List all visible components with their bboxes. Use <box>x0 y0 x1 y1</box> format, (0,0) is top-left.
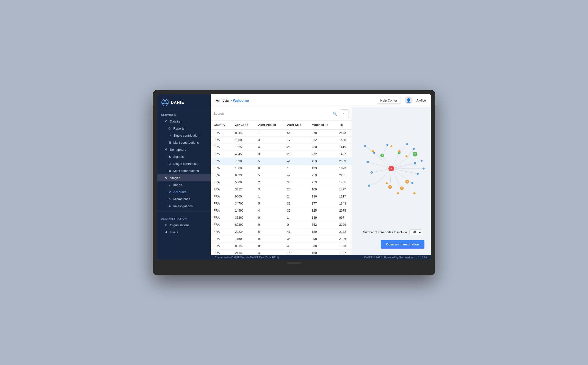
table-cell: FRA <box>211 242 232 249</box>
table-cell: 5 <box>255 200 284 207</box>
table-row[interactable]: FRA3736001139997 <box>211 214 352 221</box>
datalign-icon: ⚙ <box>165 120 168 123</box>
table-cell: 272 <box>309 150 336 158</box>
sidebar: DANIE Services ⚙ Datalign ◎ Reports □ Si… <box>157 94 211 260</box>
table-cell: FRA <box>211 150 232 158</box>
table-cell: FRA <box>211 200 232 207</box>
table-cell: FRA <box>211 249 232 255</box>
core-nodes-select[interactable]: 20 10 30 50 <box>409 229 422 235</box>
table-row[interactable]: FRA198003173121528 <box>211 136 352 143</box>
table-header-row: Country ZIP Code Alert Pooled Alert Solo… <box>211 121 352 129</box>
amlytic-icon: ⚙ <box>165 176 168 179</box>
table-cell: 32 <box>284 200 309 207</box>
graph-node-93-label: 93 <box>414 153 416 155</box>
sidebar-item-datalign[interactable]: ⚙ Datalign <box>157 118 211 125</box>
table-row[interactable]: FRA80140032881188 <box>211 242 352 249</box>
table-cell: 25 <box>284 186 309 193</box>
table-cell: 325 <box>309 207 336 214</box>
table-cell: 5800 <box>232 179 255 186</box>
sidebar-item-label: Signals <box>173 155 184 159</box>
table-row[interactable]: FRA95001241361217 <box>211 193 352 200</box>
graph-node-central-label: 46 <box>391 168 392 169</box>
sidebar-item-organisations[interactable]: ⊞ Organisations <box>157 222 211 229</box>
help-center-button[interactable]: Help Center <box>377 97 401 104</box>
graph-node-7 <box>367 161 369 163</box>
sidebar-item-mismatches[interactable]: ✕ Mismatches <box>157 196 211 203</box>
table-cell: 1107 <box>336 249 352 255</box>
sidebar-item-reports[interactable]: ◎ Reports <box>157 125 211 132</box>
search-input[interactable] <box>214 112 331 115</box>
table-row[interactable]: FRA331243251091477 <box>211 186 352 193</box>
table-cell: 177 <box>309 200 336 207</box>
table-row[interactable]: FRA244904353252075 <box>211 207 352 214</box>
table-cell: 19800 <box>232 136 255 143</box>
table-row[interactable]: FRA75905414532569 <box>211 158 352 165</box>
table-cell: 37360 <box>232 214 255 221</box>
sidebar-item-signals[interactable]: ◉ Signals <box>157 153 211 160</box>
sidebar-item-multi-contributions[interactable]: ▦ Multi contributions <box>157 139 211 146</box>
sidebar-item-label: Single contribution <box>173 134 199 137</box>
data-table: Country ZIP Code Alert Pooled Alert Solo… <box>211 121 352 255</box>
sidebar-item-multi-contributions2[interactable]: ▦ Multi contributions <box>157 167 211 174</box>
col-zip: ZIP Code <box>232 121 255 129</box>
table-cell: 47 <box>284 172 309 179</box>
table-row[interactable]: FRA202345411802132 <box>211 228 352 235</box>
core-nodes-label: Number of core nodes to include <box>363 231 407 234</box>
table-cell: FRA <box>211 136 232 143</box>
sidebar-item-investigations[interactable]: ◈ Investigations <box>157 203 211 210</box>
table-row[interactable]: FRA58002352531455 <box>211 179 352 186</box>
table-cell: 41 <box>284 228 309 235</box>
table-cell: 278 <box>309 129 336 137</box>
table-row[interactable]: FRA652305472592201 <box>211 172 352 179</box>
table-cell: 0 <box>255 242 284 249</box>
table-cell: 0 <box>255 221 284 228</box>
table-cell: 0 <box>284 221 309 228</box>
table-cell: FRA <box>211 179 232 186</box>
table-cell: 1419 <box>336 143 352 150</box>
table-cell: 136 <box>309 193 336 200</box>
table-cell: FRA <box>211 235 232 242</box>
sidebar-item-single-contribution2[interactable]: □ Single contribution <box>157 160 211 167</box>
table-cell: FRA <box>211 221 232 228</box>
table-cell: 7590 <box>232 158 255 165</box>
sidebar-item-amlytic[interactable]: ⚙ Amlytic <box>157 174 211 181</box>
table-row[interactable]: FRA211404161601107 <box>211 249 352 255</box>
open-investigation-button[interactable]: Open an investigation <box>381 240 424 249</box>
table-row[interactable]: FRA11509342982106 <box>211 235 352 242</box>
table-row[interactable]: FRA347005321771348 <box>211 200 352 207</box>
svg-line-10 <box>391 163 415 168</box>
sidebar-item-label: Import <box>173 183 182 187</box>
semaphore-icon: ⚙ <box>165 148 168 151</box>
sidebar-item-users[interactable]: ♟ Users <box>157 229 211 236</box>
table-row[interactable]: FRA804401542782443 <box>211 129 352 137</box>
table-cell: 1 <box>284 165 309 172</box>
graph-node-5-label: 64 <box>401 187 403 189</box>
graph-node-3-label: 1 <box>415 162 415 164</box>
table-cell: 1 <box>284 214 309 221</box>
table-cell: 1455 <box>336 179 352 186</box>
sidebar-item-label: Single contribution <box>173 162 199 166</box>
graph-node-p3 <box>413 148 415 150</box>
table-cell: 5 <box>255 228 284 235</box>
table-panel: 🔍 ← Country ZIP Code Alert Pooled <box>211 107 352 255</box>
reports-icon: ◎ <box>168 127 171 130</box>
table-row[interactable]: FRA494503292721407 <box>211 150 352 158</box>
table-cell: 3 <box>255 150 284 158</box>
import-icon: ↓ <box>168 183 171 187</box>
table-row[interactable]: FRA18600011331073 <box>211 165 352 172</box>
table-cell: 65230 <box>232 172 255 179</box>
sidebar-item-semaphore[interactable]: ⚙ Semaphore <box>157 146 211 153</box>
svg-line-5 <box>163 101 165 103</box>
data-table-container[interactable]: Country ZIP Code Alert Pooled Alert Solo… <box>211 121 352 255</box>
table-row[interactable]: FRA80290006522129 <box>211 221 352 228</box>
sidebar-item-import[interactable]: ↓ Import <box>157 181 211 188</box>
table-cell: FRA <box>211 207 232 214</box>
table-cell: 0 <box>255 214 284 221</box>
sidebar-item-accounts[interactable]: ⚙ Accounts <box>157 188 211 196</box>
back-button[interactable]: ← <box>340 109 349 118</box>
table-row[interactable]: FRA162504262301419 <box>211 143 352 150</box>
sidebar-item-label: Datalign <box>170 120 182 123</box>
sidebar-item-single-contribution[interactable]: □ Single contribution <box>157 132 211 139</box>
table-cell: 2201 <box>336 172 352 179</box>
table-cell: 9500 <box>232 193 255 200</box>
